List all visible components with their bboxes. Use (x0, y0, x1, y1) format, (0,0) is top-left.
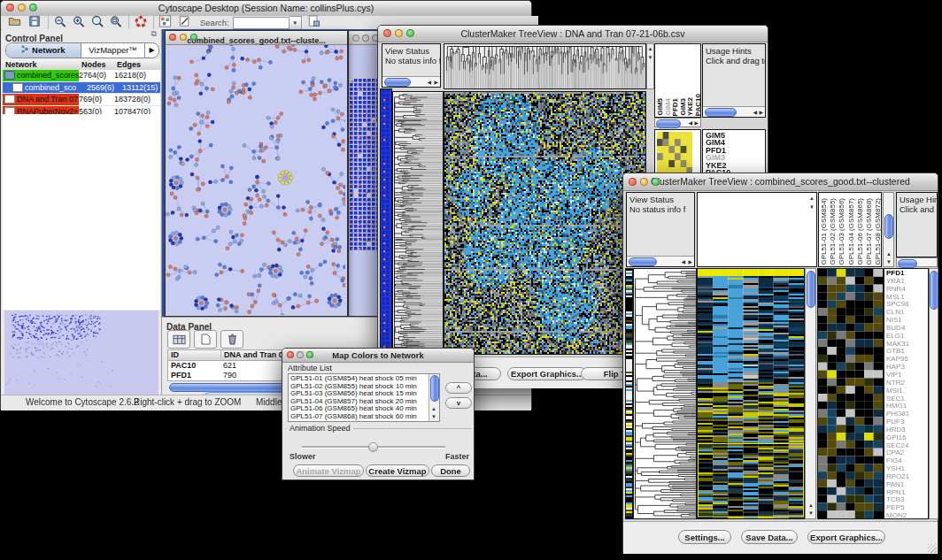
minimize-icon[interactable] (180, 34, 187, 41)
move-down-button[interactable]: v (445, 397, 472, 409)
heatmap-main[interactable] (697, 268, 805, 519)
column-label[interactable]: GPL51-03 (GSM856) (838, 198, 846, 265)
close-icon[interactable] (6, 4, 14, 12)
zoom-out-icon[interactable] (53, 15, 68, 30)
close-icon[interactable] (287, 351, 294, 358)
tab-overflow-arrow[interactable]: ▶ (144, 43, 158, 58)
minimize-icon[interactable] (640, 178, 648, 186)
network-overview-icon[interactable] (158, 15, 174, 30)
scroll-up-icon[interactable]: ▲ (809, 194, 815, 203)
network-table-row[interactable]: DNA and Tran 07 769(0) 183728(0) (3, 94, 160, 106)
close-icon[interactable] (383, 29, 391, 37)
done-button[interactable]: Done (431, 464, 470, 477)
view-status-title: View Status (627, 193, 694, 204)
zoom-fit-icon[interactable] (109, 15, 124, 30)
attribute-list-item[interactable]: GPL51-07 (GSM868) heat shock 60 min (289, 413, 439, 421)
column-labels-vscroll[interactable]: ▲ ▼ (883, 192, 894, 267)
column-dendrogram[interactable] (444, 43, 646, 89)
animation-slider[interactable] (302, 442, 445, 451)
control-panel-tabs: Network VizMapper™ ▶ (5, 42, 159, 58)
tab-network[interactable]: Network (6, 43, 81, 58)
attribute-browser-icon[interactable] (307, 15, 322, 30)
close-icon[interactable] (629, 178, 637, 186)
zoom-window-icon[interactable] (190, 34, 197, 41)
column-label[interactable]: PAC10 (695, 94, 701, 116)
scroll-right-icon: ▶ (688, 257, 692, 266)
zoom-heatmap[interactable] (817, 268, 884, 519)
treeview1-titlebar[interactable]: ClusterMaker TreeView : DNA and Tran 07-… (378, 26, 768, 42)
col-edges[interactable]: Edges (117, 60, 160, 69)
create-vizmap-button[interactable]: Create Vizmap (366, 464, 429, 477)
zoom-window-icon[interactable] (306, 351, 313, 358)
dialog-title: Map Colors to Network (332, 350, 423, 360)
col-id[interactable]: ID (168, 350, 221, 360)
network-table-row[interactable]: combined_sco 2569(6) 13112(15) (3, 82, 160, 95)
scroll-right-icon[interactable]: ▶ (434, 78, 438, 87)
row-dendrogram[interactable] (633, 268, 697, 519)
animate-vizmap-button[interactable]: Animate Vizmap (293, 464, 364, 477)
annotation-icon[interactable] (178, 15, 193, 30)
column-label[interactable]: GPL51-01 (GSM854) (820, 198, 829, 265)
minimize-icon[interactable] (395, 29, 403, 37)
scroll-down-icon: ▼ (808, 509, 814, 518)
heatmap-vscrollbar[interactable]: ▲ ▼ (805, 268, 816, 519)
column-label[interactable]: GPL51-06 (GSM865) (856, 198, 865, 265)
save-data-button[interactable]: Save Data... (741, 530, 798, 544)
scroll-down-icon[interactable]: ▼ (809, 203, 815, 211)
global-overview-strip[interactable] (380, 88, 392, 355)
network-graph-canvas[interactable] (166, 45, 345, 315)
zoom-selected-icon[interactable] (90, 15, 105, 30)
minimize-icon[interactable] (18, 4, 26, 12)
view-status-scrollbar[interactable]: ◀ ▶ (382, 76, 440, 87)
scroll-left-icon[interactable]: ◀ (427, 78, 431, 87)
open-file-icon[interactable] (8, 15, 23, 30)
birdseye-view-canvas[interactable] (4, 311, 158, 403)
save-icon[interactable] (28, 15, 43, 30)
column-label[interactable]: GPL51-07 (GSM868) (865, 198, 874, 265)
settings-button[interactable]: Settings... (678, 530, 731, 544)
usage-hints-scrollbar[interactable]: ◀ ▶ (703, 106, 765, 117)
global-overview-strip[interactable] (625, 268, 633, 519)
col-network[interactable]: Network (3, 60, 81, 69)
zoom-in-icon[interactable] (72, 15, 87, 30)
new-attribute-icon[interactable] (194, 330, 217, 349)
heatmap-main[interactable] (444, 91, 646, 355)
select-attributes-icon[interactable] (167, 330, 190, 349)
column-label[interactable]: GPL51-02 (GSM855) (829, 198, 838, 265)
tab-vizmapper[interactable]: VizMapper™ (81, 43, 144, 58)
usage-hints-scrollbar[interactable] (896, 257, 938, 267)
gene-list-vscrollbar[interactable] (929, 268, 938, 519)
row-dendrogram[interactable] (392, 91, 444, 355)
window-title: ClusterMaker TreeView : DNA and Tran 07-… (460, 28, 684, 39)
treeview2-titlebar[interactable]: ClusterMaker TreeView : combined_scores_… (623, 173, 938, 191)
column-label[interactable]: GPL51-04 (GSM857) (847, 198, 856, 265)
move-up-button[interactable]: ^ (445, 382, 472, 394)
zoom-window-icon[interactable] (406, 29, 414, 37)
export-graphics-button[interactable]: Export Graphics... (807, 530, 885, 544)
help-lifesaver-icon[interactable] (134, 15, 149, 30)
minimize-icon[interactable] (362, 35, 369, 42)
view-status-scrollbar[interactable]: ◀ ▶ (627, 256, 694, 266)
slider-thumb[interactable] (368, 442, 378, 452)
zoom-window-icon[interactable] (652, 178, 660, 186)
export-graphics-button[interactable]: Export Graphics... (507, 367, 587, 380)
delete-attribute-icon[interactable] (220, 330, 243, 349)
column-label[interactable]: GPL51-08 (GSM872) (874, 198, 882, 265)
attribute-list-scrollbar[interactable]: ▲ ▼ (429, 374, 439, 421)
network-table-row[interactable]: combined_scores_ 2764(0) 16218(0) (3, 70, 160, 82)
search-input[interactable] (233, 17, 290, 29)
column-labels: GPL51-01 (GSM854)GPL51-02 (GSM855)GPL51-… (820, 193, 882, 265)
close-icon[interactable] (169, 34, 176, 41)
column-labels-scrollbar[interactable]: ◀ ▶ (654, 118, 701, 127)
column-dendrogram[interactable]: ▲ ▼ (697, 192, 817, 267)
zoom-window-icon[interactable] (29, 4, 37, 12)
dialog-titlebar[interactable]: Map Colors to Network (282, 349, 474, 363)
close-icon[interactable] (352, 35, 359, 42)
heatmap-hscroll[interactable]: ▲ ▼ (646, 43, 654, 89)
col-nodes[interactable]: Nodes (81, 60, 117, 69)
resize-grip[interactable] (928, 544, 937, 553)
gene-label[interactable]: MON2 (886, 512, 928, 519)
search-dropdown-button[interactable]: ▼ (290, 16, 302, 30)
minimize-icon[interactable] (297, 351, 304, 358)
float-panel-icon[interactable]: ⧉ (151, 29, 157, 39)
